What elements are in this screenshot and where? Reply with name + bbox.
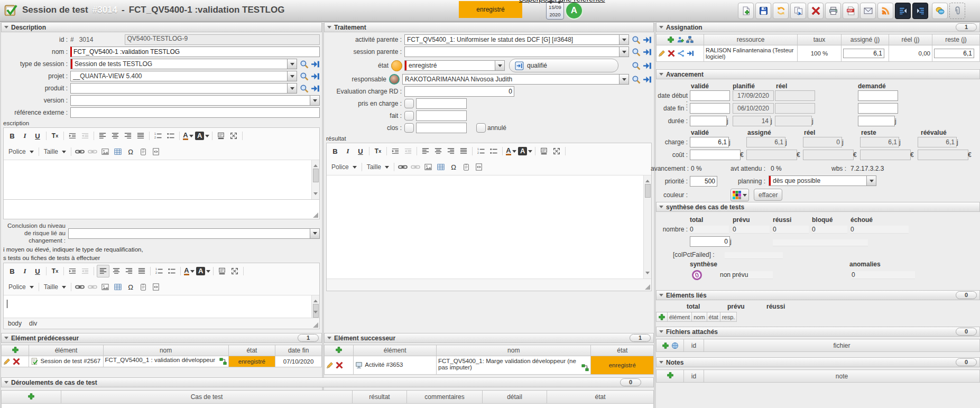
add-file-button[interactable] <box>662 342 669 349</box>
search-icon[interactable] <box>632 48 641 57</box>
duree-valide-input[interactable] <box>690 116 727 126</box>
column-header-etat[interactable]: état <box>547 391 654 404</box>
font-size-select[interactable]: Taille <box>41 146 69 157</box>
section-header-fichiers[interactable]: Fichiers attachés 0 <box>656 327 980 337</box>
indent-button[interactable] <box>390 145 401 157</box>
section-header-traitement[interactable]: Traitement <box>324 22 654 32</box>
link-button[interactable] <box>397 161 409 173</box>
image-button[interactable] <box>99 281 111 293</box>
pris-en-charge-checkbox[interactable] <box>404 99 414 108</box>
paste-button[interactable] <box>460 161 472 173</box>
goto-icon[interactable] <box>643 75 652 84</box>
goto-icon[interactable] <box>643 35 652 44</box>
search-icon[interactable] <box>300 72 309 81</box>
responsable-select[interactable]: RAKOTOARIMANANA Nivosoa Judith <box>402 74 629 85</box>
copy-format-button[interactable] <box>216 265 228 277</box>
text-color-button[interactable]: A <box>505 145 517 157</box>
section-header-description[interactable]: Description <box>1 22 322 32</box>
section-header-deroulements[interactable]: Déroulements de cas de test 0 <box>1 377 654 387</box>
projet-select[interactable]: __QUANTA-VIEW 5.400 <box>70 71 297 81</box>
table-button[interactable] <box>112 281 124 293</box>
session-parente-select[interactable] <box>404 47 629 57</box>
add-note-button[interactable] <box>657 370 684 383</box>
remove-format-button[interactable]: Tx <box>49 130 61 142</box>
share-icon[interactable] <box>677 50 685 57</box>
assignation-reste-input[interactable] <box>934 49 974 58</box>
column-header-element[interactable]: élément <box>354 345 437 356</box>
column-header-detail[interactable]: détail <box>483 391 547 404</box>
align-right-button[interactable] <box>122 130 134 142</box>
ordered-list-button[interactable] <box>152 130 164 142</box>
workflow-link-icon[interactable] <box>219 358 227 365</box>
column-header-commentaires[interactable]: commentaires <box>407 391 483 404</box>
copy-format-button[interactable] <box>215 130 227 142</box>
column-header-ressource[interactable]: ressource <box>704 34 798 45</box>
assignation-ressource[interactable]: RALISON Falinantenaina (Testeur logiciel… <box>704 45 798 62</box>
delete-icon[interactable] <box>13 358 20 365</box>
outdent-button[interactable] <box>402 145 414 157</box>
successor-element[interactable]: Activité #3653 <box>365 361 403 368</box>
column-header-element[interactable]: élément <box>29 345 103 356</box>
date-debut-valide-input[interactable] <box>690 90 730 101</box>
collapse-left-panel-button[interactable] <box>895 3 911 19</box>
reference-externe-input[interactable] <box>70 107 320 118</box>
underline-button[interactable]: U <box>32 130 43 142</box>
font-select[interactable]: Police <box>329 162 359 172</box>
italic-button[interactable]: I <box>19 130 31 142</box>
align-justify-button[interactable] <box>135 130 146 142</box>
resize-handle[interactable] <box>313 322 318 328</box>
align-right-button[interactable] <box>123 265 135 277</box>
column-header-id[interactable]: id <box>684 339 704 352</box>
underline-button[interactable]: U <box>355 145 366 157</box>
goto-icon[interactable] <box>643 61 652 70</box>
attachments-button[interactable] <box>949 3 965 19</box>
link-globe-icon[interactable] <box>671 342 679 349</box>
effacer-button[interactable]: effacer <box>754 189 782 201</box>
pdf-export-button[interactable] <box>843 3 858 19</box>
column-header-etat[interactable]: état <box>228 345 275 356</box>
clos-checkbox[interactable] <box>404 123 414 133</box>
refresh-button[interactable] <box>773 3 789 19</box>
indent-button[interactable] <box>67 130 78 142</box>
date-fin-demande-input[interactable] <box>858 103 898 114</box>
bullet-list-button[interactable] <box>488 145 500 157</box>
column-header-taux[interactable]: taux <box>798 34 842 45</box>
table-button[interactable] <box>112 146 124 157</box>
goto-icon[interactable] <box>643 48 652 57</box>
conclusion-risque-select[interactable] <box>68 228 320 239</box>
activite-parente-select[interactable]: FCT_QV5400_1: Uniformiser le statut des … <box>404 34 629 45</box>
bg-color-button[interactable]: A <box>518 145 532 157</box>
paste-button[interactable] <box>137 281 149 293</box>
column-header-fichier[interactable]: fichier <box>704 339 980 352</box>
add-predecessor-button[interactable] <box>2 345 29 356</box>
align-right-button[interactable] <box>445 145 457 157</box>
delete-icon[interactable] <box>336 361 343 369</box>
print-button[interactable] <box>825 3 841 19</box>
edit-icon[interactable] <box>658 50 665 57</box>
collapse-right-panel-button[interactable] <box>912 3 928 19</box>
predecessor-element[interactable]: Session de test #2567 <box>40 358 100 364</box>
annule-checkbox[interactable] <box>476 123 486 133</box>
source-button[interactable] <box>150 281 162 293</box>
search-icon[interactable] <box>632 35 641 44</box>
underline-button[interactable]: U <box>32 265 43 277</box>
font-size-select[interactable]: Taille <box>364 162 392 172</box>
column-header-datefin[interactable]: date fin <box>275 345 322 356</box>
align-left-button[interactable] <box>420 145 431 157</box>
priorite-input[interactable] <box>690 176 717 187</box>
duree-demande-input[interactable] <box>858 116 895 126</box>
search-icon[interactable] <box>300 60 309 69</box>
scrollbar[interactable] <box>311 160 319 199</box>
section-header-predecessor[interactable]: Elément prédécesseur 1 <box>1 333 322 343</box>
column-header-reel[interactable]: réel (j) <box>889 34 932 45</box>
add-person-icon[interactable] <box>677 36 684 43</box>
align-left-button[interactable] <box>97 130 108 142</box>
section-header-elements-lies[interactable]: Eléments liés 0 <box>656 290 980 300</box>
paste-button[interactable] <box>137 146 149 157</box>
column-header-assigne[interactable]: assigné (j) <box>842 34 889 45</box>
resultat-editor-content[interactable] <box>327 175 651 279</box>
italic-button[interactable]: I <box>342 145 354 157</box>
text-color-button[interactable]: A <box>183 265 195 277</box>
assignation-assigne-input[interactable] <box>843 49 884 58</box>
search-icon[interactable] <box>632 61 641 70</box>
